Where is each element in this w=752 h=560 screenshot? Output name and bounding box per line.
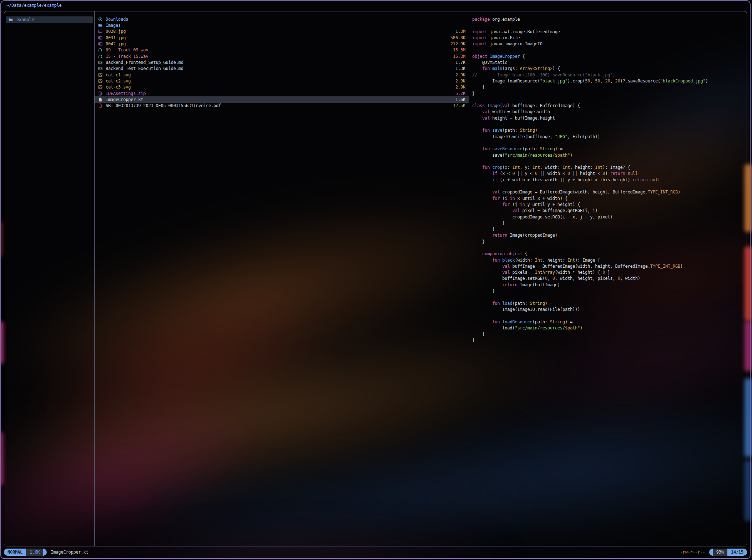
- file-icon: [98, 97, 103, 102]
- code-line: @JvmStatic: [472, 60, 747, 66]
- code-line: val pixel = buffImage.getRGB(i, j): [472, 208, 747, 214]
- breadcrumb-path: ~/Data/example/example: [6, 3, 62, 8]
- file-row-15[interactable]: SBI_0032013739_2023_DE05_0003155631Invoi…: [95, 103, 469, 109]
- code-line: ImageIO.write(buffImage, "JPG", File(pat…: [472, 134, 747, 140]
- folder-icon: [98, 23, 103, 27]
- file-name: ImageCropper.kt: [106, 97, 453, 102]
- code-line: val width = buffImage.width: [472, 109, 747, 115]
- file-row-4[interactable]: 0031.jpg586.3K: [95, 35, 469, 41]
- file-row-10[interactable]: cal-c1.svg2.9K: [95, 72, 469, 78]
- file-row-6[interactable]: 09 - Track 09.wav15.3M: [95, 47, 469, 53]
- parent-pane: example: [4, 11, 94, 546]
- code-line: import java.awt.image.BufferedImage: [472, 29, 747, 35]
- file-name: IDEAsettings.zip: [106, 91, 453, 96]
- code-line: val buffImage = BufferedImage(width, hei…: [472, 263, 747, 269]
- code-line: }: [472, 331, 747, 337]
- status-bar: NORMAL 1.6K ImageCropper.kt -rw-r--r-- 9…: [4, 548, 747, 557]
- code-line: import java.io.File: [472, 35, 747, 41]
- code-line: }: [472, 239, 747, 245]
- code-line: save("src/main/resources/$path"): [472, 152, 747, 158]
- folder-download-icon: [98, 17, 103, 21]
- file-row-8[interactable]: Backend_Frontend_Setup_Guide.md1.7K: [95, 59, 469, 65]
- file-row-7[interactable]: 15 - Track 15.wav15.3M: [95, 53, 469, 59]
- code-line: }: [472, 84, 747, 90]
- code-line: Image.loadResource("black.jpg").crop(50,…: [472, 78, 747, 84]
- image-icon: [98, 36, 103, 40]
- file-name: SBI_0032013739_2023_DE05_0003155631Invoi…: [106, 103, 450, 108]
- file-size: 212.9K: [450, 41, 465, 46]
- audio-icon: [98, 54, 103, 59]
- audio-icon: [98, 48, 103, 52]
- code-line: fun saveResource(path: String) =: [472, 146, 747, 152]
- statusbar-filename: ImageCropper.kt: [51, 550, 88, 555]
- file-name: Backend_Test_Execution_Guide.md: [106, 66, 453, 71]
- code-line: load("src/main/resources/$path"): [472, 325, 747, 331]
- file-size: 15.3M: [453, 47, 465, 52]
- code-line: [472, 47, 747, 53]
- file-name: cal-c1.svg: [106, 72, 453, 77]
- yazi-panes: example DownloadsImages0028.jpg1.3M0031.…: [4, 11, 747, 546]
- code-line: for (i in x until x + width) {: [472, 196, 747, 202]
- parent-item-label: example: [16, 17, 34, 22]
- file-row-1[interactable]: Downloads: [95, 16, 469, 22]
- code-line: if (x + width > this.width || y + height…: [472, 177, 747, 183]
- file-name: 0042.jpg: [106, 41, 448, 46]
- code-line: package org.example: [472, 16, 747, 22]
- code-line: croppedImage.setRGB(i - x, j - y, pixel): [472, 214, 747, 220]
- mode-pill: NORMAL 1.6K: [4, 549, 47, 556]
- file-row-12[interactable]: cal-c3.svg2.9K: [95, 84, 469, 90]
- file-size: 1.6K: [455, 97, 465, 102]
- code-line: companion object {: [472, 251, 747, 257]
- code-line: import javax.imageio.ImageIO: [472, 41, 747, 47]
- file-name: 15 - Track 15.wav: [106, 54, 450, 59]
- code-line: return Image(buffImage): [472, 282, 747, 288]
- scroll-percent-badge: 93%: [713, 549, 727, 556]
- image-icon: [98, 29, 103, 34]
- file-name: Downloads: [106, 17, 463, 22]
- vector-icon: [98, 79, 103, 83]
- file-size: 12.5K: [453, 103, 465, 108]
- file-row-11[interactable]: cal-c2.svg2.9K: [95, 78, 469, 84]
- file-name: cal-c3.svg: [106, 85, 453, 90]
- file-row-3[interactable]: 0028.jpg1.3M: [95, 29, 469, 35]
- code-line: }: [472, 220, 747, 226]
- permissions: -rw-r--r--: [680, 550, 705, 555]
- vector-icon: [98, 73, 103, 77]
- file-row-2[interactable]: Images: [95, 22, 469, 28]
- code-line: [472, 183, 747, 189]
- code-line: [472, 294, 747, 300]
- code-line: [472, 158, 747, 165]
- file-size: 1.3K: [455, 66, 465, 71]
- file-name: Images: [106, 23, 463, 28]
- code-line: class Image(val buffImage: BufferedImage…: [472, 103, 747, 109]
- file-size-badge: 1.6K: [26, 549, 43, 556]
- file-row-14[interactable]: ImageCropper.kt1.6K: [95, 96, 469, 102]
- archive-icon: [98, 91, 103, 96]
- file-name: Backend_Frontend_Setup_Guide.md: [106, 60, 453, 65]
- file-size: 2.9K: [455, 72, 465, 77]
- file-name: 0031.jpg: [106, 35, 448, 40]
- position-badge: 14/15: [727, 549, 747, 556]
- parent-item-example[interactable]: example: [6, 16, 93, 23]
- file-row-9[interactable]: Backend_Test_Execution_Guide.md1.3K: [95, 66, 469, 72]
- code-line: [472, 245, 747, 251]
- file-size: 586.3K: [450, 35, 465, 40]
- file-size: 2.9K: [455, 79, 465, 84]
- code-line: if (x < 0 || y < 0 || width < 0 || heigh…: [472, 171, 747, 177]
- code-line: fun main(args: Array<String>) {: [472, 66, 747, 72]
- pdf-icon: [98, 104, 103, 108]
- code-line: [472, 313, 747, 319]
- file-size: 15.3M: [453, 54, 465, 59]
- code-line: }: [472, 91, 747, 97]
- code-line: return Image(croppedImage): [472, 232, 747, 238]
- code-line: fun save(path: String) =: [472, 127, 747, 133]
- code-line: buffImage.setRGB(0, 0, width, height, pi…: [472, 276, 747, 282]
- code-line: [472, 121, 747, 127]
- code-line: [472, 140, 747, 146]
- code-line: fun black(width: Int, height: Int): Imag…: [472, 257, 747, 263]
- file-row-13[interactable]: IDEAsettings.zip5.2K: [95, 90, 469, 96]
- file-name: cal-c2.svg: [106, 79, 453, 84]
- file-row-5[interactable]: 0042.jpg212.9K: [95, 41, 469, 47]
- file-size: 1.7K: [455, 60, 465, 65]
- code-line: for (j in y until y + height) {: [472, 202, 747, 208]
